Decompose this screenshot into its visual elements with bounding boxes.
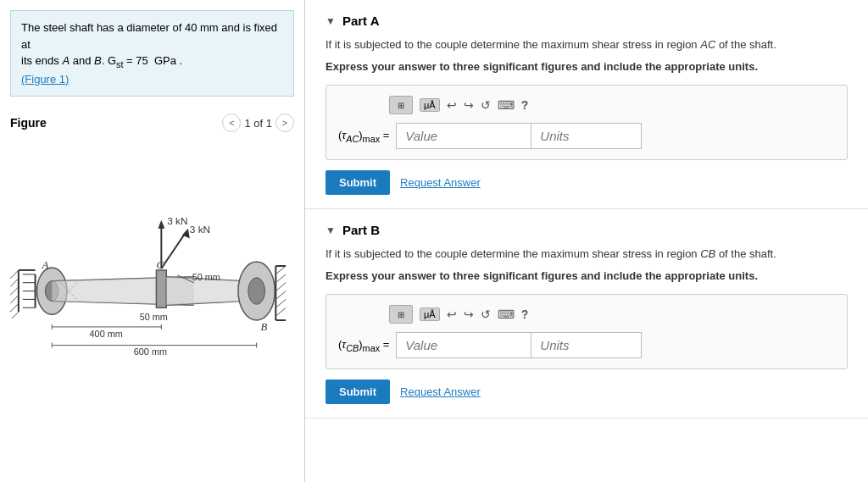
part-a-mu-button[interactable]: μÅ: [420, 98, 440, 112]
part-b-description: If it is subjected to the couple determi…: [326, 246, 848, 263]
part-a-units-input[interactable]: [531, 123, 642, 149]
prev-figure-button[interactable]: <: [222, 114, 241, 132]
part-b-title: Part B: [342, 223, 380, 237]
part-a-help-icon[interactable]: ?: [521, 98, 529, 112]
part-a-input-row: (τAC)max =: [338, 123, 835, 149]
figure-section: Figure < 1 of 1 >: [0, 107, 304, 482]
figure-counter: 1 of 1: [244, 117, 272, 130]
part-a-keyboard-icon[interactable]: ⌨: [498, 98, 515, 112]
part-b-refresh-icon[interactable]: ↺: [481, 307, 491, 321]
part-b-keyboard-icon[interactable]: ⌨: [498, 307, 515, 321]
part-a-input-label: (τAC)max =: [338, 129, 389, 144]
figure-link[interactable]: (Figure 1): [21, 73, 69, 86]
svg-text:C: C: [156, 259, 164, 271]
part-b-request-answer-button[interactable]: Request Answer: [400, 385, 481, 398]
part-a-request-answer-button[interactable]: Request Answer: [400, 176, 481, 189]
part-a-header: ▼ Part A: [326, 14, 848, 28]
svg-text:50 mm: 50 mm: [140, 312, 168, 322]
figure-title: Figure: [10, 116, 47, 130]
right-panel: ▼ Part A If it is subjected to the coupl…: [305, 0, 868, 482]
part-b-answer-box: ⊞ μÅ ↩ ↪ ↺ ⌨ ? (τCB)max =: [326, 294, 848, 369]
part-a-instruction: Express your answer to three significant…: [326, 58, 848, 75]
svg-text:B: B: [261, 321, 268, 333]
part-a-refresh-icon[interactable]: ↺: [481, 98, 491, 112]
svg-text:3 kN: 3 kN: [190, 224, 210, 235]
svg-text:400 mm: 400 mm: [90, 329, 123, 339]
part-b-input-row: (τCB)max =: [338, 332, 835, 358]
part-b-collapse-arrow[interactable]: ▼: [326, 224, 336, 236]
part-b-value-input[interactable]: [396, 332, 531, 358]
part-b-grid-button[interactable]: ⊞: [389, 305, 413, 324]
part-b-redo-icon[interactable]: ↪: [464, 307, 474, 321]
part-a-collapse-arrow[interactable]: ▼: [326, 15, 336, 27]
part-a-action-row: Submit Request Answer: [326, 170, 848, 195]
problem-text: The steel shaft has a diameter of 40 mm …: [21, 21, 277, 86]
part-a-undo-icon[interactable]: ↩: [447, 98, 457, 112]
figure-diagram: A B C 3 kN 3 kN 400 mm 50 mm 50 mm 600 m…: [10, 139, 294, 393]
left-panel: The steel shaft has a diameter of 40 mm …: [0, 0, 305, 482]
part-b-submit-button[interactable]: Submit: [326, 380, 390, 404]
next-figure-button[interactable]: >: [275, 114, 294, 132]
part-b-input-label: (τCB)max =: [338, 338, 389, 353]
part-b-toolbar: ⊞ μÅ ↩ ↪ ↺ ⌨ ?: [338, 305, 835, 324]
part-a-redo-icon[interactable]: ↪: [464, 98, 474, 112]
figure-header: Figure < 1 of 1 >: [10, 114, 294, 132]
part-b-instruction: Express your answer to three significant…: [326, 268, 848, 285]
svg-text:A: A: [41, 259, 48, 271]
part-b-action-row: Submit Request Answer: [326, 380, 848, 404]
svg-text:600 mm: 600 mm: [134, 347, 167, 357]
part-a-grid-button[interactable]: ⊞: [389, 96, 413, 114]
part-a-section: ▼ Part A If it is subjected to the coupl…: [305, 0, 868, 209]
svg-point-25: [248, 278, 265, 305]
part-a-submit-button[interactable]: Submit: [326, 170, 390, 195]
part-b-units-input[interactable]: [531, 332, 642, 358]
part-a-answer-box: ⊞ μÅ ↩ ↪ ↺ ⌨ ? (τAC)max =: [326, 85, 848, 160]
svg-text:50 mm: 50 mm: [192, 272, 220, 282]
part-b-section: ▼ Part B If it is subjected to the coupl…: [305, 209, 868, 418]
part-b-undo-icon[interactable]: ↩: [447, 307, 457, 321]
svg-rect-20: [156, 270, 166, 307]
part-b-mu-button[interactable]: μÅ: [420, 307, 440, 321]
part-a-toolbar: ⊞ μÅ ↩ ↪ ↺ ⌨ ?: [338, 96, 835, 114]
svg-text:3 kN: 3 kN: [167, 215, 187, 227]
figure-nav: < 1 of 1 >: [222, 114, 294, 132]
part-b-help-icon[interactable]: ?: [521, 307, 529, 321]
part-b-header: ▼ Part B: [326, 223, 848, 237]
problem-statement: The steel shaft has a diameter of 40 mm …: [10, 10, 294, 97]
part-a-title: Part A: [342, 14, 380, 28]
part-a-description: If it is subjected to the couple determi…: [326, 36, 848, 53]
part-a-value-input[interactable]: [396, 123, 531, 149]
